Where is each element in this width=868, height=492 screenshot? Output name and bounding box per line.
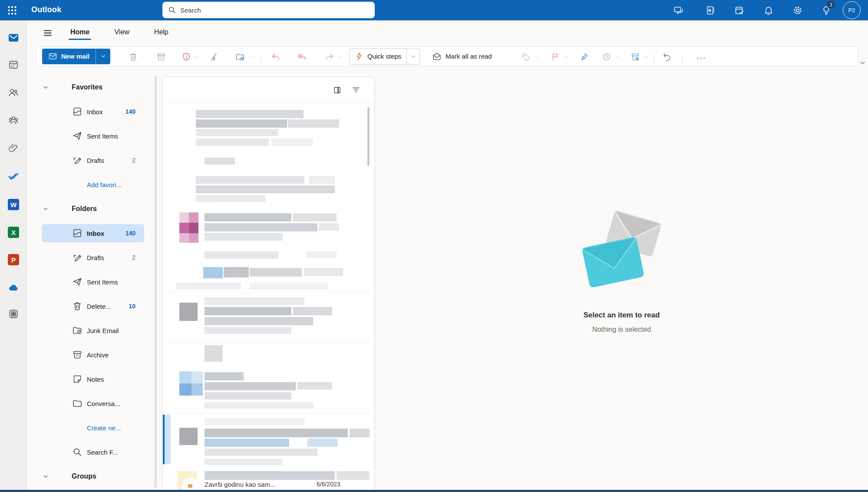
section-header-favorites[interactable]: Favorites bbox=[27, 75, 162, 99]
bell-button[interactable] bbox=[761, 3, 776, 17]
tag-button[interactable] bbox=[518, 50, 533, 64]
empty-state-subtitle: Nothing is selected bbox=[375, 326, 868, 334]
blurred-content-block bbox=[307, 439, 338, 447]
folder-item-searchf[interactable]: Search F... bbox=[27, 440, 162, 464]
blurred-content-block bbox=[191, 383, 203, 396]
onenote-button[interactable] bbox=[703, 3, 718, 17]
folder-link-createne[interactable]: Create ne... bbox=[27, 416, 162, 440]
flag-button[interactable] bbox=[548, 50, 563, 64]
folder-pane-scrollbar[interactable] bbox=[155, 76, 157, 488]
rail-mail-button[interactable] bbox=[0, 29, 27, 46]
delete-button[interactable] bbox=[126, 50, 141, 64]
pin-button[interactable] bbox=[577, 50, 591, 64]
reply-button[interactable] bbox=[268, 50, 283, 64]
chevron-down-icon[interactable] bbox=[194, 54, 200, 59]
rail-word-button[interactable]: W bbox=[0, 196, 27, 213]
archivebox-icon bbox=[72, 350, 83, 360]
folder-item-archive[interactable]: Archive bbox=[27, 343, 162, 367]
tab-view[interactable]: View bbox=[113, 25, 130, 41]
avatar-glyph: ≋ bbox=[188, 482, 193, 490]
folder-item-notes[interactable]: Notes bbox=[27, 367, 162, 391]
search-input[interactable]: Search bbox=[162, 2, 375, 18]
folder-label: Inbox bbox=[87, 108, 103, 116]
folder-item-drafts[interactable]: Drafts2 bbox=[27, 245, 162, 270]
folder-link-addfavori[interactable]: Add favori... bbox=[27, 172, 162, 197]
rail-attachments-button[interactable] bbox=[0, 139, 27, 157]
chevron-down-icon[interactable] bbox=[534, 54, 539, 59]
search-icon bbox=[168, 6, 176, 14]
mark-all-as-read-button[interactable]: Mark all as read bbox=[432, 46, 492, 66]
move-to-icon bbox=[235, 52, 245, 62]
lightbulb-button[interactable]: 3 bbox=[819, 3, 834, 17]
report-button[interactable] bbox=[179, 50, 194, 64]
report-icon bbox=[182, 52, 191, 62]
chevron-down-icon[interactable] bbox=[643, 54, 649, 59]
account-avatar[interactable]: P2 bbox=[843, 1, 861, 19]
message-row[interactable]: Završi godinu kao sam... 6/6/2023 bbox=[205, 481, 370, 488]
tab-home[interactable]: Home bbox=[69, 25, 90, 41]
drafts-icon bbox=[72, 252, 83, 263]
folder-item-delete[interactable]: Delete...10 bbox=[27, 294, 162, 318]
more-options-button[interactable]: ... bbox=[697, 52, 706, 61]
new-mail-dropdown[interactable] bbox=[96, 49, 110, 64]
blurred-content-block bbox=[205, 327, 291, 334]
tag-icon bbox=[521, 52, 531, 62]
folder-label: Sent Items bbox=[87, 132, 118, 140]
blurred-content-block bbox=[271, 139, 313, 146]
chevron-down-icon[interactable] bbox=[141, 54, 147, 59]
blurred-content-block bbox=[297, 382, 332, 390]
blurred-content-block bbox=[205, 449, 317, 456]
gear-button[interactable] bbox=[790, 3, 805, 17]
chat-button[interactable] bbox=[671, 3, 686, 17]
tab-help[interactable]: Help bbox=[153, 25, 169, 41]
folder-item-sentitems[interactable]: Sent Items bbox=[27, 124, 162, 148]
rail-people-button[interactable] bbox=[0, 84, 27, 101]
new-mail-envelope-icon bbox=[48, 52, 57, 61]
rail-todo-button[interactable] bbox=[0, 168, 27, 185]
folder-label: Inbox bbox=[87, 230, 104, 237]
sweep-button[interactable] bbox=[207, 50, 221, 64]
message-list-scrollbar[interactable] bbox=[367, 107, 370, 166]
app-launcher-button[interactable] bbox=[3, 2, 21, 19]
folder-item-inbox[interactable]: Inbox140 bbox=[27, 221, 162, 245]
quick-steps-button[interactable]: Quick steps bbox=[349, 48, 420, 65]
folder-item-drafts[interactable]: Drafts2 bbox=[27, 148, 162, 172]
forward-button[interactable] bbox=[322, 50, 337, 64]
rail-onedrive-button[interactable] bbox=[0, 279, 27, 297]
chevron-down-icon[interactable] bbox=[614, 54, 620, 59]
chevron-down-icon[interactable] bbox=[248, 54, 254, 59]
undo-button[interactable] bbox=[660, 50, 674, 64]
collapse-ribbon-button[interactable] bbox=[859, 59, 866, 68]
folder-item-conversa[interactable]: Conversa... bbox=[27, 391, 162, 416]
rules-button[interactable] bbox=[628, 50, 643, 64]
snooze-button[interactable] bbox=[599, 50, 614, 64]
chevron-down-icon[interactable] bbox=[337, 54, 343, 59]
blurred-content-block bbox=[205, 392, 291, 400]
reply-all-button[interactable] bbox=[294, 50, 309, 64]
hamburger-button[interactable] bbox=[40, 26, 56, 40]
my-day-button[interactable] bbox=[732, 3, 747, 17]
blurred-content-block bbox=[250, 268, 302, 277]
select-messages-button[interactable] bbox=[331, 84, 343, 96]
section-header-folders[interactable]: Folders bbox=[27, 197, 162, 221]
calendar-icon bbox=[8, 59, 19, 70]
section-header-groups[interactable]: Groups bbox=[27, 464, 162, 489]
folder-item-inbox[interactable]: Inbox140 bbox=[27, 99, 162, 124]
folder-item-junkemail[interactable]: Junk Email bbox=[27, 318, 162, 343]
rail-calendar-button[interactable] bbox=[0, 56, 27, 73]
move-to-button[interactable] bbox=[233, 50, 248, 64]
new-mail-button[interactable]: New mail bbox=[42, 49, 110, 64]
blurred-content-block bbox=[179, 371, 191, 383]
archive-button[interactable] bbox=[154, 50, 168, 64]
window-bottom-edge bbox=[0, 490, 868, 492]
quick-steps-label: Quick steps bbox=[367, 53, 401, 60]
filter-button[interactable] bbox=[350, 84, 362, 96]
chevron-down-icon[interactable] bbox=[563, 54, 569, 59]
rail-apps-button[interactable] bbox=[0, 305, 27, 323]
blurred-content-block bbox=[196, 176, 304, 184]
rail-groups-button[interactable] bbox=[0, 112, 27, 129]
folder-item-sentitems[interactable]: Sent Items bbox=[27, 270, 162, 294]
rail-powerpoint-button[interactable]: P bbox=[0, 251, 27, 268]
rail-excel-button[interactable]: X bbox=[0, 224, 27, 241]
quick-steps-dropdown[interactable] bbox=[406, 49, 419, 64]
